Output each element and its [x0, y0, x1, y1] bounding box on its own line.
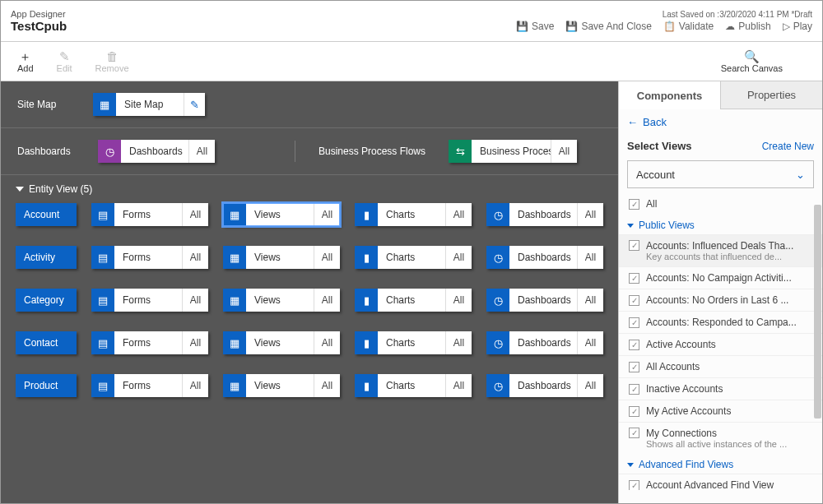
design-canvas[interactable]: Site Map ▦ Site Map ✎ Dashboards ◷ Dashb… [1, 81, 618, 503]
tile-all-button[interactable]: All [182, 331, 208, 354]
entity-views-tile[interactable]: ▦ViewsAll [223, 331, 340, 354]
tile-all-button[interactable]: All [445, 246, 472, 269]
checkbox-icon[interactable] [629, 384, 639, 395]
tile-all-button[interactable]: All [182, 203, 208, 226]
charts-icon: ▮ [355, 374, 378, 397]
scrollbar[interactable] [813, 109, 822, 503]
checkbox-icon[interactable] [629, 362, 639, 372]
checkbox-icon[interactable] [629, 340, 639, 350]
tile-all-button[interactable]: All [182, 374, 208, 397]
tile-label: Dashboards [509, 374, 577, 397]
create-new-link[interactable]: Create New [762, 141, 814, 152]
entity-dash-tile[interactable]: ◷DashboardsAll [486, 374, 603, 397]
entity-name-tile[interactable]: Activity [16, 246, 77, 269]
entity-dash-tile[interactable]: ◷DashboardsAll [486, 246, 603, 269]
back-button[interactable]: ← Back [619, 109, 822, 135]
save-button[interactable]: 💾Save [516, 21, 554, 32]
view-item[interactable]: Accounts: Influenced Deals Tha...Key acc… [619, 234, 822, 266]
checkbox-icon[interactable] [629, 199, 639, 210]
entity-name-tile[interactable]: Category [16, 289, 77, 312]
entity-name-tile[interactable]: Contact [16, 331, 77, 354]
entity-forms-tile[interactable]: ▤FormsAll [91, 289, 208, 312]
bpf-all-button[interactable]: All [551, 140, 577, 163]
entity-views-tile[interactable]: ▦ViewsAll [223, 289, 340, 312]
tile-label: Charts [378, 246, 445, 269]
dashboards-tile[interactable]: ◷ Dashboards All [98, 140, 215, 163]
checkbox-icon[interactable] [629, 406, 639, 417]
tile-all-button[interactable]: All [445, 203, 472, 226]
view-item[interactable]: Account Advanced Find View [619, 474, 822, 490]
entity-forms-tile[interactable]: ▤FormsAll [91, 246, 208, 269]
tile-label: Dashboards [509, 246, 577, 269]
entity-views-tile[interactable]: ▦ViewsAll [223, 246, 340, 269]
tile-all-button[interactable]: All [314, 203, 340, 226]
checkbox-icon[interactable] [629, 240, 639, 251]
sitemap-tile[interactable]: ▦ Site Map ✎ [93, 93, 205, 116]
tile-all-button[interactable]: All [577, 203, 603, 226]
tile-all-button[interactable]: All [314, 331, 340, 354]
checkbox-icon[interactable] [629, 428, 639, 438]
tile-all-button[interactable]: All [577, 374, 603, 397]
tile-all-button[interactable]: All [577, 331, 603, 354]
sitemap-edit-button[interactable]: ✎ [184, 93, 205, 116]
entity-views-tile[interactable]: ▦ViewsAll [223, 203, 340, 226]
checkbox-icon[interactable] [629, 317, 639, 328]
view-item[interactable]: My Active Accounts [619, 400, 822, 422]
view-item[interactable]: All Accounts [619, 355, 822, 377]
entity-views-tile[interactable]: ▦ViewsAll [223, 374, 340, 397]
entity-row: Product▤FormsAll▦ViewsAll▮ChartsAll◷Dash… [16, 374, 603, 397]
dashboards-all-button[interactable]: All [188, 140, 215, 163]
entity-forms-tile[interactable]: ▤FormsAll [91, 331, 208, 354]
entity-name-tile[interactable]: Account [16, 203, 77, 226]
remove-button[interactable]: 🗑 Remove [95, 50, 129, 73]
edit-button[interactable]: ✎ Edit [57, 50, 72, 73]
view-item[interactable]: My ConnectionsShows all active instances… [619, 422, 822, 454]
entity-forms-tile[interactable]: ▤FormsAll [91, 374, 208, 397]
validate-button[interactable]: 📋Validate [663, 21, 714, 32]
trash-icon: 🗑 [106, 50, 119, 62]
tile-all-button[interactable]: All [314, 374, 340, 397]
tab-properties[interactable]: Properties [721, 81, 822, 109]
entity-charts-tile[interactable]: ▮ChartsAll [355, 289, 472, 312]
entity-charts-tile[interactable]: ▮ChartsAll [355, 203, 472, 226]
play-button[interactable]: ▷Play [783, 21, 812, 32]
view-item[interactable]: Inactive Accounts [619, 377, 822, 400]
bpf-tile[interactable]: ⇆ Business Proces... All [449, 140, 577, 163]
checkbox-icon[interactable] [629, 480, 639, 491]
entity-charts-tile[interactable]: ▮ChartsAll [355, 331, 472, 354]
view-item[interactable]: Active Accounts [619, 333, 822, 355]
tile-all-button[interactable]: All [445, 374, 472, 397]
view-item[interactable]: Accounts: No Orders in Last 6 ... [619, 289, 822, 311]
entity-view-toggle[interactable]: Entity View (5) [16, 183, 603, 195]
entity-forms-tile[interactable]: ▤FormsAll [91, 203, 208, 226]
checkbox-icon[interactable] [629, 295, 639, 306]
entity-charts-tile[interactable]: ▮ChartsAll [355, 374, 472, 397]
tab-components[interactable]: Components [619, 81, 721, 109]
entity-select[interactable]: Account ⌄ [627, 160, 814, 188]
tile-all-button[interactable]: All [577, 246, 603, 269]
save-and-close-button[interactable]: 💾Save And Close [565, 21, 651, 32]
tile-all-button[interactable]: All [314, 246, 340, 269]
view-item[interactable]: Accounts: Responded to Campa... [619, 311, 822, 333]
group-advanced-find-views[interactable]: Advanced Find Views [619, 454, 822, 474]
publish-button[interactable]: ☁Publish [725, 21, 770, 32]
tile-all-button[interactable]: All [445, 289, 472, 312]
select-all-views[interactable]: All [619, 193, 822, 215]
tile-all-button[interactable]: All [182, 246, 208, 269]
group-public-views[interactable]: Public Views [619, 215, 822, 234]
tile-all-button[interactable]: All [445, 331, 472, 354]
entity-dash-tile[interactable]: ◷DashboardsAll [486, 289, 603, 312]
tile-label: Views [246, 289, 314, 312]
search-canvas-button[interactable]: 🔍 Search Canvas [721, 50, 783, 73]
entity-dash-tile[interactable]: ◷DashboardsAll [486, 203, 603, 226]
tile-all-button[interactable]: All [182, 289, 208, 312]
entity-dash-tile[interactable]: ◷DashboardsAll [486, 331, 603, 354]
dashboard-icon: ◷ [98, 140, 121, 163]
entity-charts-tile[interactable]: ▮ChartsAll [355, 246, 472, 269]
add-button[interactable]: ＋ Add [17, 50, 34, 73]
checkbox-icon[interactable] [629, 273, 639, 284]
tile-all-button[interactable]: All [314, 289, 340, 312]
tile-all-button[interactable]: All [577, 289, 603, 312]
view-item[interactable]: Accounts: No Campaign Activiti... [619, 266, 822, 289]
entity-name-tile[interactable]: Product [16, 374, 77, 397]
